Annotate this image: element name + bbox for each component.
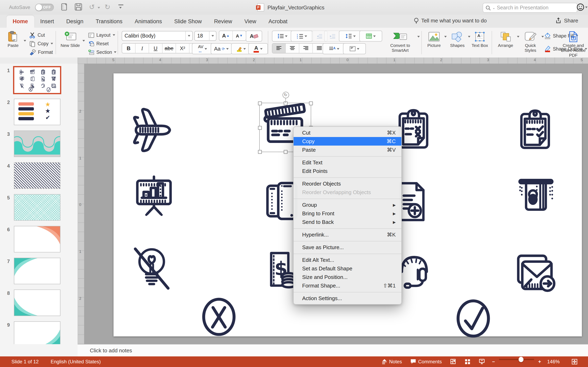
smiley-feedback-icon[interactable] [577, 3, 584, 13]
slide-thumbnail-3[interactable] [14, 131, 61, 157]
share-button[interactable]: Share [555, 17, 578, 24]
slide-thumbnail-9[interactable] [14, 321, 61, 348]
zoom-percentage[interactable]: 146% [547, 359, 560, 365]
font-size-combo[interactable]: 18 [194, 31, 216, 41]
rotation-handle[interactable]: ↻ [282, 92, 289, 98]
selection-handle[interactable] [309, 101, 313, 105]
lightbulb-off-icon[interactable] [128, 245, 175, 292]
superscript-button[interactable]: X² [176, 44, 190, 53]
tab-home[interactable]: Home [7, 16, 34, 28]
font-color-button[interactable]: A [248, 43, 268, 54]
slideshow-view-button[interactable] [479, 359, 485, 365]
redo-icon[interactable]: ↻ [104, 4, 111, 11]
paste-caret[interactable] [24, 40, 26, 42]
selection-handle[interactable] [258, 126, 262, 130]
new-slide-button[interactable]: New Slide [60, 31, 81, 48]
grow-font-button[interactable]: A▲ [219, 31, 233, 40]
selection-handle[interactable] [284, 101, 287, 105]
arrange-button[interactable]: Arrange [495, 31, 516, 48]
picture-button[interactable]: Picture [425, 31, 443, 48]
menu-item-cut[interactable]: Cut⌘X [294, 128, 401, 137]
section-button[interactable]: Section [88, 48, 117, 56]
slide-sorter-view-button[interactable] [465, 359, 470, 365]
autosave-toggle[interactable]: OFF [35, 4, 54, 11]
tab-insert[interactable]: Insert [34, 16, 60, 28]
italic-button[interactable]: I [136, 44, 149, 53]
x-circle-icon[interactable] [194, 292, 243, 341]
quick-styles-button[interactable]: Quick Styles [520, 31, 541, 53]
tab-view[interactable]: View [238, 16, 262, 28]
arrange-caret[interactable] [517, 36, 519, 38]
new-slide-caret[interactable] [82, 40, 85, 42]
undo-icon[interactable]: ↺ [89, 4, 95, 11]
menu-item-hyperlink[interactable]: Hyperlink...⌘K [294, 230, 401, 239]
menu-item-send-to-back[interactable]: Send to Back▶ [294, 218, 401, 226]
fit-slide-button[interactable] [572, 359, 577, 366]
language-indicator[interactable]: English (United States) [51, 359, 101, 365]
tab-design[interactable]: Design [60, 16, 90, 28]
zoom-slider[interactable] [499, 359, 534, 360]
quick-styles-caret[interactable] [541, 36, 544, 38]
menu-item-edit-alt-text[interactable]: Edit Alt Text... [294, 256, 401, 264]
zoom-out-button[interactable]: − [492, 359, 495, 365]
tab-acrobat[interactable]: Acrobat [262, 16, 294, 28]
strikethrough-button[interactable]: abe [163, 44, 176, 53]
line-spacing-button[interactable] [339, 31, 362, 42]
slide-thumbnail-2[interactable]: ★ ★ ✔ [14, 99, 61, 125]
bullets-button[interactable] [272, 31, 293, 42]
menu-item-edit-points[interactable]: Edit Points [294, 167, 401, 175]
copy-button[interactable]: Copy [29, 40, 53, 48]
increase-indent-button[interactable] [324, 31, 341, 42]
search-field[interactable]: ⌄ Search in Presentation [483, 3, 577, 13]
tab-animations[interactable]: Animations [129, 16, 168, 28]
menu-item-edit-text[interactable]: Edit Text [294, 158, 401, 167]
numbering-button[interactable]: 123 [291, 31, 313, 42]
clear-formatting-button[interactable]: A [246, 31, 262, 42]
picture-caret[interactable] [444, 36, 447, 38]
comments-toggle[interactable]: Comments [410, 359, 442, 365]
menu-item-copy[interactable]: Copy⌘C [294, 137, 401, 146]
plane-icon[interactable] [130, 105, 177, 152]
menu-item-size-and-position[interactable]: Size and Position... [294, 273, 401, 281]
shrink-font-button[interactable]: A▼ [233, 31, 246, 40]
align-right-button[interactable] [299, 44, 313, 53]
change-case-button[interactable]: Aa⟳ [211, 43, 232, 54]
zoom-slider-knob[interactable] [519, 357, 523, 362]
tell-me-control[interactable]: Tell me what you want to do [414, 17, 487, 24]
textbox-button[interactable]: A Text Box [470, 31, 489, 48]
tab-slide-show[interactable]: Slide Show [168, 16, 208, 28]
card-payment-icon[interactable] [515, 175, 557, 217]
paste-button[interactable]: Paste [4, 31, 22, 48]
slide-thumbnail-5[interactable] [14, 194, 61, 221]
selection-handle[interactable] [258, 101, 262, 105]
shapes-button[interactable]: Shapes [448, 31, 467, 48]
menu-item-paste[interactable]: Paste⌘V [294, 146, 401, 154]
adobe-pdf-button[interactable]: Create and Share Adobe PDF [559, 31, 588, 58]
bold-button[interactable]: B [122, 44, 136, 53]
save-icon[interactable] [75, 3, 82, 12]
font-name-combo[interactable]: Calibri (Body) [122, 31, 193, 41]
undo-dropdown-icon[interactable] [98, 7, 100, 8]
mail-send-icon[interactable] [513, 250, 558, 295]
clipboard-check-icon[interactable] [514, 108, 557, 151]
menu-item-set-as-default-shape[interactable]: Set as Default Shape [294, 264, 401, 273]
smartart-caret[interactable] [417, 36, 420, 38]
highlight-color-button[interactable] [231, 43, 251, 54]
menu-item-save-as-picture[interactable]: Save as Picture... [294, 243, 401, 252]
columns-button[interactable] [359, 31, 382, 42]
format-painter-button[interactable]: Format [29, 48, 53, 56]
check-circle-icon[interactable] [449, 294, 498, 343]
align-center-button[interactable] [286, 44, 299, 53]
customize-toolbar-icon[interactable] [118, 4, 123, 5]
zoom-in-button[interactable]: + [538, 359, 541, 365]
notes-toggle[interactable]: Notes [382, 359, 402, 365]
underline-button[interactable]: U [149, 44, 163, 53]
layout-button[interactable]: Layout [88, 31, 115, 39]
new-document-icon[interactable] [61, 3, 68, 13]
tab-transitions[interactable]: Transitions [90, 16, 129, 28]
menu-item-reorder-objects[interactable]: Reorder Objects [294, 179, 401, 188]
character-spacing-button[interactable]: AV↔ [192, 43, 213, 54]
shapes-caret[interactable] [468, 36, 470, 38]
menu-item-bring-to-front[interactable]: Bring to Front▶ [294, 209, 401, 218]
menu-item-format-shape[interactable]: Format Shape...⇧⌘1 [294, 281, 401, 290]
